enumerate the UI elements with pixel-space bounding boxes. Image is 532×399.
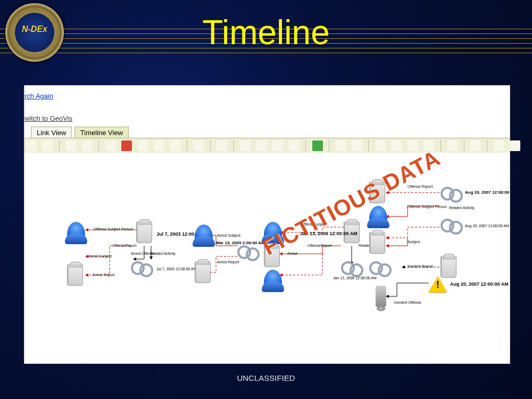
document-icon[interactable] <box>136 222 152 243</box>
open-icon[interactable] <box>26 140 37 151</box>
document-icon[interactable] <box>195 262 211 283</box>
toolbar-separator <box>59 140 60 152</box>
export-pdf-icon[interactable] <box>121 140 132 151</box>
seal-label: N-DEx <box>5 24 64 34</box>
label-arrest: Arrest <box>287 252 297 255</box>
slide-header: N-DEx Timeline <box>0 15 532 57</box>
tab-timeline-view[interactable]: Timeline View <box>74 127 129 138</box>
layout-b-icon[interactable] <box>391 140 402 151</box>
save-icon[interactable] <box>42 140 53 151</box>
document-icon[interactable] <box>440 256 456 278</box>
paste-icon[interactable] <box>82 140 93 151</box>
help-icon[interactable] <box>470 140 481 151</box>
handcuffs-icon[interactable] <box>237 243 259 259</box>
timeline-canvas[interactable]: Offense Subject Person Arrest Subject Ar… <box>24 153 510 363</box>
document-icon[interactable] <box>369 232 385 254</box>
undo-icon[interactable] <box>335 140 346 151</box>
label-related-activity: Related Activity <box>150 252 176 255</box>
label-arrest-subject: Arrest Subject <box>88 254 112 258</box>
zoom-in-icon[interactable] <box>256 140 267 151</box>
label-offense-subject-person: Offense Subject Person <box>94 227 133 231</box>
refresh-icon[interactable] <box>312 140 323 151</box>
zoom-fit-icon[interactable] <box>289 140 300 151</box>
handcuffs-icon[interactable] <box>440 217 462 232</box>
person-icon[interactable] <box>264 270 282 291</box>
event-date-b: Aug 20, 2007 12:00:00 AM <box>465 224 509 228</box>
person-icon[interactable] <box>195 225 213 246</box>
document-icon[interactable] <box>67 264 83 286</box>
label-offense-report: OffenseReport <box>307 244 331 247</box>
label-offense-report: OffenseReport <box>112 244 136 247</box>
exclamation-icon[interactable] <box>376 286 386 307</box>
redo-icon[interactable] <box>352 140 362 151</box>
extra-a-icon[interactable] <box>494 140 504 151</box>
event-date-b: Jan 13, 2006 12:00:00 AM <box>333 276 377 280</box>
label-arrest-report: Arrest Report <box>93 273 115 277</box>
search-again-link[interactable]: rch Again <box>24 92 53 100</box>
app-panel: rch Again witch to GeoVis Link View Time… <box>24 85 510 364</box>
layout-c-icon[interactable] <box>408 140 418 151</box>
toolbar-separator <box>487 140 487 152</box>
label-incident-report: Incident Report <box>408 264 433 268</box>
handcuffs-icon[interactable] <box>131 259 152 275</box>
zoom-out-icon[interactable] <box>272 140 283 151</box>
handcuffs-icon[interactable] <box>440 185 462 201</box>
toolbar <box>24 138 510 154</box>
toolbar-separator <box>187 140 187 152</box>
event-date: Aug 20, 2007 12:00:00 AM <box>465 190 510 195</box>
event-date-b: Jul 7, 2003 12:00:00 AM <box>156 267 197 271</box>
label-arrest-subject: Arrest Subject <box>217 234 240 237</box>
layout-d-icon[interactable] <box>423 140 434 151</box>
clock-icon[interactable] <box>447 140 458 151</box>
zoom-area-icon[interactable] <box>240 140 251 151</box>
toolbar-separator <box>98 140 99 152</box>
switch-geo-link[interactable]: witch to GeoVis <box>24 114 72 122</box>
pan-icon[interactable] <box>217 140 227 151</box>
toolbar-separator <box>368 140 369 152</box>
label-related-activity: Related Activity <box>449 206 475 210</box>
label-subject: Subject <box>408 240 420 244</box>
export-users-icon[interactable] <box>138 140 148 151</box>
event-date: Mar 13, 2005 2:00:00 AM <box>216 240 265 245</box>
event-date-c: Aug 20, 2007 12:00:00 AM <box>450 281 509 287</box>
handcuffs-icon[interactable] <box>341 259 362 275</box>
pointer-icon[interactable] <box>193 140 204 151</box>
label-arrest-report: Arrest Report <box>217 260 239 264</box>
classification-footer: UNCLASSIFIED <box>0 373 532 383</box>
label-incident-offense: Incident Offense <box>394 301 421 304</box>
toolbar-separator <box>440 140 441 152</box>
extra-b-icon[interactable] <box>510 140 520 151</box>
label-offense-subject-person: Offense Subject Person <box>408 205 447 209</box>
toolbar-separator <box>305 140 306 152</box>
toolbar-separator <box>329 140 329 152</box>
ndex-seal-icon: N-DEx <box>5 3 64 62</box>
person-icon[interactable] <box>67 222 85 243</box>
export-chart-icon[interactable] <box>154 140 164 151</box>
person-icon[interactable] <box>369 206 387 227</box>
handcuffs-icon[interactable] <box>369 259 390 275</box>
tab-link-view[interactable]: Link View <box>31 127 72 138</box>
toolbar-separator <box>234 140 234 152</box>
toolbar-separator <box>464 140 464 152</box>
toolbar-separator <box>210 140 211 152</box>
warning-icon[interactable] <box>429 276 447 292</box>
slide-title: Timeline <box>0 13 532 52</box>
export-image-icon[interactable] <box>105 140 116 151</box>
export-doc-icon[interactable] <box>170 140 181 151</box>
view-tabs: Link View Timeline View <box>31 126 129 138</box>
copy-icon[interactable] <box>65 140 76 151</box>
layout-a-icon[interactable] <box>375 140 386 151</box>
